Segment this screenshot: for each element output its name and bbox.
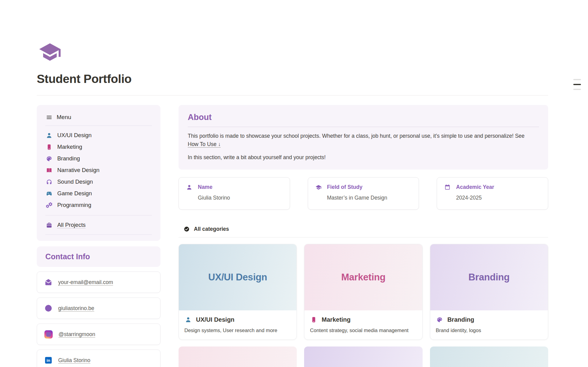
menu-icon — [46, 114, 52, 121]
category-banner: UX/UI Design — [179, 244, 296, 310]
category-filter-bar[interactable]: All categories — [179, 221, 548, 238]
menu-divider — [45, 234, 152, 235]
book-open-icon — [46, 167, 52, 174]
person-icon — [186, 184, 192, 190]
sidebar-item-sound-design[interactable]: Sound Design — [45, 176, 152, 188]
outline-line-active — [573, 84, 581, 85]
how-to-use-link[interactable]: How To Use ↓ — [188, 141, 221, 147]
svg-text:in: in — [47, 358, 50, 363]
contact-link-instagram[interactable]: @starringmoon — [37, 324, 160, 345]
info-card-value: Master’s in Game Design — [327, 195, 412, 201]
sidebar-item-label: Game Design — [57, 190, 92, 197]
linkedin-icon: in — [44, 356, 52, 364]
contact-link-label: your-email@email.com — [58, 279, 113, 286]
palette-icon — [436, 316, 443, 323]
page-outline-indicator[interactable] — [573, 79, 581, 90]
instagram-icon — [44, 330, 53, 339]
category-title: UX/UI Design — [196, 316, 235, 323]
category-grid-row-2 — [179, 346, 548, 367]
check-circle-icon — [184, 226, 190, 232]
sidebar-item-label: Narrative Design — [57, 167, 100, 174]
about-paragraph-1: This portfolio is made to showcase your … — [188, 132, 531, 148]
person-icon — [185, 316, 191, 323]
sidebar-item-marketing[interactable]: Marketing — [45, 141, 152, 153]
about-heading: About — [188, 113, 539, 122]
phone-icon — [46, 144, 52, 150]
menu-header-label: Menu — [57, 114, 71, 121]
graduation-cap-icon — [315, 184, 322, 190]
category-description: Content strategy, social media managemen… — [310, 328, 417, 333]
globe-icon — [44, 304, 52, 312]
category-card-footer: UX/UI Design Design systems, User resear… — [179, 310, 296, 339]
category-card-partial[interactable] — [430, 346, 548, 367]
menu-header[interactable]: Menu — [45, 113, 152, 125]
info-card-label: Field of Study — [327, 184, 363, 190]
main-content: About This portfolio is made to showcase… — [179, 105, 548, 367]
info-card-label: Name — [198, 184, 213, 190]
category-card-marketing[interactable]: Marketing Marketing Content strategy, so… — [304, 244, 422, 340]
page-header: Student Portfolio — [37, 0, 548, 95]
contact-info-heading: Contact Info — [45, 252, 152, 261]
sidebar-item-label: UX/UI Design — [57, 132, 92, 139]
calendar-icon — [444, 184, 450, 190]
sidebar-item-branding[interactable]: Branding — [45, 153, 152, 164]
category-description: Design systems, User research and more — [184, 328, 291, 333]
sidebar-item-programming[interactable]: Programming — [45, 199, 152, 211]
contact-link-label: @starringmoon — [58, 331, 95, 338]
category-banner-title: Marketing — [341, 272, 386, 283]
category-title: Marketing — [322, 316, 350, 323]
category-card-footer: Marketing Content strategy, social media… — [304, 310, 422, 339]
info-card-name: Name Giulia Storino — [179, 177, 290, 210]
category-title: Branding — [447, 316, 474, 323]
category-card-footer: Branding Brand identity, logos — [430, 310, 548, 339]
menu-list: UX/UI Design Marketing Branding Narrativ… — [45, 126, 152, 215]
info-card-label: Academic Year — [456, 184, 494, 190]
sidebar-item-uxui-design[interactable]: UX/UI Design — [45, 129, 152, 141]
menu-divider — [45, 215, 152, 215]
outline-line — [573, 79, 581, 80]
about-divider — [188, 127, 539, 127]
header-divider — [37, 95, 548, 95]
graduation-cap-icon — [37, 40, 62, 64]
sidebar-item-label: Marketing — [57, 144, 82, 150]
filter-label: All categories — [194, 226, 229, 232]
sidebar-item-label: Programming — [57, 202, 91, 208]
category-card-partial[interactable] — [304, 346, 422, 367]
info-card-field-of-study: Field of Study Master’s in Game Design — [308, 177, 419, 210]
sidebar-item-label: All Projects — [57, 222, 86, 228]
contact-link-label: giuliastorino.be — [58, 305, 94, 312]
category-description: Brand identity, logos — [436, 328, 542, 333]
contact-link-label: Giulia Storino — [58, 357, 90, 364]
sidebar-item-all-projects[interactable]: All Projects — [45, 219, 152, 231]
sidebar-item-label: Sound Design — [57, 178, 93, 185]
contact-link-website[interactable]: giuliastorino.be — [37, 298, 160, 319]
info-card-value: 2024-2025 — [456, 195, 541, 201]
contact-info-panel: Contact Info — [37, 246, 160, 267]
page-title: Student Portfolio — [37, 72, 548, 86]
info-card-value: Giulia Storino — [198, 195, 282, 201]
category-banner: Marketing — [304, 244, 422, 310]
about-paragraph-2: In this section, write a bit about yours… — [188, 153, 531, 162]
headphones-icon — [46, 179, 52, 185]
briefcase-icon — [46, 222, 52, 228]
about-panel: About This portfolio is made to showcase… — [179, 105, 548, 170]
palette-icon — [46, 155, 52, 162]
sidebar-item-label: Branding — [57, 155, 80, 162]
menu-panel: Menu UX/UI Design Marketing Branding — [37, 105, 160, 241]
category-grid: UX/UI Design UX/UI Design Design systems… — [179, 244, 548, 340]
category-banner-title: UX/UI Design — [208, 272, 267, 283]
contact-link-linkedin[interactable]: in Giulia Storino — [37, 350, 160, 367]
about-paragraph-1-text: This portfolio is made to showcase your … — [188, 133, 525, 139]
contact-link-email[interactable]: your-email@email.com — [37, 272, 160, 293]
outline-line — [573, 89, 581, 90]
category-card-partial[interactable] — [179, 346, 297, 367]
sidebar-item-narrative-design[interactable]: Narrative Design — [45, 164, 152, 176]
phone-icon — [311, 316, 317, 323]
student-portfolio-page: Student Portfolio Menu UX/UI Design — [0, 0, 588, 367]
sidebar-item-game-design[interactable]: Game Design — [45, 188, 152, 199]
gamepad-icon — [46, 190, 52, 197]
category-card-uxui-design[interactable]: UX/UI Design UX/UI Design Design systems… — [179, 244, 297, 340]
category-card-branding[interactable]: Branding Branding Brand identity, logos — [430, 244, 548, 340]
info-card-academic-year: Academic Year 2024-2025 — [437, 177, 548, 210]
mail-open-icon — [44, 278, 52, 286]
